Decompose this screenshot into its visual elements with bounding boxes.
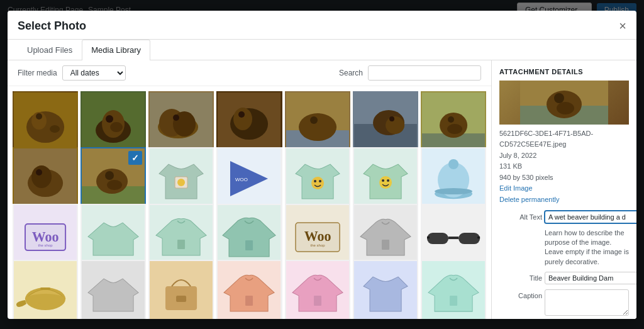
attachment-details-title: ATTACHMENT DETAILS — [499, 68, 629, 75]
svg-point-102 — [557, 102, 574, 114]
alt-text-input[interactable] — [545, 211, 636, 223]
attachment-thumbnail — [499, 81, 629, 125]
svg-point-50 — [314, 180, 316, 182]
svg-rect-94 — [314, 296, 321, 306]
media-grid: ✓ — [8, 86, 491, 319]
caption-row: Caption — [499, 289, 629, 316]
alt-text-row: Alt Text — [499, 211, 629, 223]
svg-point-59 — [448, 159, 458, 169]
svg-point-44 — [177, 179, 185, 186]
title-input[interactable] — [545, 272, 636, 284]
svg-rect-82 — [477, 237, 480, 238]
svg-rect-81 — [427, 237, 430, 238]
svg-rect-78 — [458, 233, 480, 244]
svg-point-51 — [319, 180, 321, 182]
modal-close-button[interactable]: × — [619, 20, 626, 32]
svg-point-53 — [379, 176, 392, 189]
svg-point-8 — [106, 115, 113, 123]
svg-text:WOO: WOO — [235, 177, 248, 182]
media-item[interactable] — [80, 260, 146, 319]
media-item[interactable] — [13, 260, 78, 319]
modal-body: Filter media All dates Search — [8, 60, 636, 319]
search-group: Search — [339, 65, 481, 81]
media-item[interactable] — [216, 260, 282, 319]
media-item[interactable] — [421, 260, 486, 319]
search-label: Search — [339, 69, 363, 77]
attachment-meta: 5621DF6C-3DE1-4F71-B5AD-CD572C5EE47E.jpe… — [499, 128, 629, 206]
title-label: Title — [499, 272, 542, 282]
svg-point-49 — [311, 177, 324, 189]
attachment-filesize: 131 KB — [499, 161, 629, 172]
modal-tabs: Upload Files Media Library — [8, 40, 636, 60]
svg-point-55 — [387, 179, 389, 182]
tab-upload-files[interactable]: Upload Files — [18, 40, 82, 60]
svg-rect-69 — [245, 240, 253, 250]
svg-point-54 — [382, 179, 384, 182]
svg-text:Woo: Woo — [304, 228, 331, 244]
svg-point-41 — [107, 180, 122, 190]
select-photo-modal: Select Photo × Upload Files Media Librar… — [8, 11, 636, 319]
svg-rect-92 — [245, 296, 253, 306]
svg-point-21 — [299, 113, 336, 141]
edit-image-link[interactable]: Edit Image — [499, 184, 533, 192]
svg-text:Woo: Woo — [32, 229, 59, 245]
media-item[interactable] — [353, 260, 418, 319]
svg-rect-77 — [427, 233, 448, 244]
svg-point-27 — [389, 116, 394, 121]
svg-point-32 — [447, 124, 462, 134]
selected-checkmark: ✓ — [128, 151, 142, 165]
filter-group: Filter media All dates — [18, 65, 126, 81]
svg-point-18 — [238, 111, 245, 118]
media-left-panel: Filter media All dates Search — [8, 60, 492, 319]
attachment-date: July 8, 2022 — [499, 150, 629, 162]
attachment-dimensions: 940 by 530 pixels — [499, 172, 629, 184]
svg-text:the shop: the shop — [310, 243, 325, 247]
svg-point-85 — [25, 294, 65, 304]
svg-point-36 — [36, 169, 42, 176]
svg-point-26 — [386, 116, 404, 134]
svg-rect-67 — [177, 240, 185, 249]
svg-rect-79 — [448, 237, 458, 239]
tab-media-library[interactable]: Media Library — [82, 40, 150, 60]
svg-point-9 — [110, 122, 123, 132]
svg-point-22 — [310, 116, 318, 124]
svg-point-60 — [435, 188, 472, 194]
svg-point-31 — [448, 116, 454, 123]
search-input[interactable] — [368, 65, 481, 81]
alt-text-label: Alt Text — [499, 211, 542, 221]
svg-point-101 — [554, 93, 564, 103]
modal-title: Select Photo — [18, 20, 86, 33]
media-item[interactable] — [148, 260, 214, 319]
svg-rect-97 — [450, 296, 457, 306]
caption-label: Caption — [499, 289, 542, 299]
filter-dates-select[interactable]: All dates — [62, 65, 126, 81]
alt-text-help: Learn how to describe the purpose of the… — [545, 228, 629, 267]
attachment-details-panel: ATTACHMENT DETAILS 5621DF6C-3DE1-4F71-B5… — [492, 60, 636, 319]
media-toolbar: Filter media All dates Search — [8, 60, 491, 86]
svg-point-4 — [50, 125, 60, 133]
svg-point-17 — [233, 108, 252, 130]
svg-point-14 — [173, 114, 179, 121]
title-row: Title — [499, 272, 629, 284]
svg-point-40 — [105, 171, 114, 180]
svg-rect-75 — [382, 240, 389, 250]
filter-label: Filter media — [18, 69, 57, 77]
svg-point-3 — [36, 113, 42, 120]
caption-input[interactable] — [545, 289, 629, 316]
modal-header: Select Photo × — [8, 11, 636, 40]
attachment-filename: 5621DF6C-3DE1-4F71-B5AD-CD572C5EE47E.jpe… — [499, 128, 629, 150]
modal-overlay: Select Photo × Upload Files Media Librar… — [0, 0, 644, 329]
svg-rect-86 — [40, 287, 50, 290]
media-item[interactable] — [285, 260, 350, 319]
delete-permanently-link[interactable]: Delete permanently — [499, 196, 559, 203]
svg-point-35 — [31, 165, 52, 188]
svg-rect-90 — [176, 296, 186, 302]
svg-text:the shop: the shop — [38, 243, 53, 247]
